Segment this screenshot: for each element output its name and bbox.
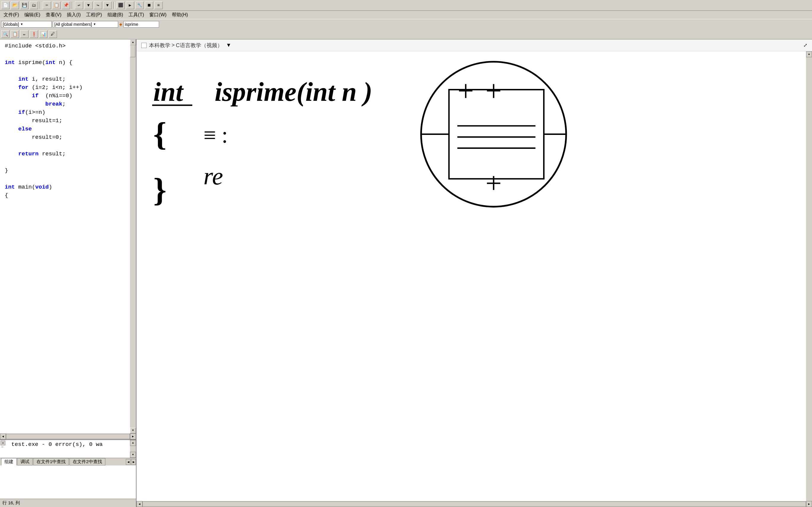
output-vscroll[interactable]: ▲ ▼ xyxy=(130,440,136,458)
menu-insert[interactable]: 插入(I) xyxy=(64,11,83,19)
code-line-15 xyxy=(0,158,136,166)
code-editor[interactable]: #include <stdio.h> int isprime(int n) { … xyxy=(0,40,136,434)
menu-bar: 文件(F) 编辑(E) 查看(V) 插入(I) 工程(P) 组建(B) 工具(T… xyxy=(0,11,812,19)
tb4-btn1[interactable]: 🔍 xyxy=(1,30,9,38)
wb-hscroll[interactable]: ◀ ▶ xyxy=(137,501,812,507)
wb-hscroll-left[interactable]: ◀ xyxy=(137,501,143,507)
output-tab-find2[interactable]: 在文件2中查找 xyxy=(69,458,105,465)
vscroll-down-btn[interactable]: ▼ xyxy=(130,428,136,434)
sep2 xyxy=(72,2,73,9)
breadcrumb1: 本科教学 xyxy=(149,42,170,49)
wb-vscroll[interactable]: ▲ ▼ xyxy=(806,51,812,507)
svg-text:}: } xyxy=(153,171,166,208)
menu-view[interactable]: 查看(V) xyxy=(43,11,64,19)
menu-build[interactable]: 组建(B) xyxy=(105,11,125,19)
code-line-5: int i, result; xyxy=(0,75,136,83)
tb4-btn3[interactable]: ✏ xyxy=(20,30,29,38)
svg-rect-8 xyxy=(449,90,544,179)
main-area: #include <stdio.h> int isprime(int n) { … xyxy=(0,40,812,507)
wb-vscroll-track xyxy=(806,57,812,501)
output-close-btn[interactable]: ✕ xyxy=(1,441,5,445)
code-text-1: #include <stdio.h> xyxy=(5,42,65,50)
sep1 xyxy=(40,2,41,9)
debug-btn[interactable]: 🔧 xyxy=(135,1,144,9)
redo-dropdown-btn[interactable]: ▼ xyxy=(103,1,112,9)
members-arrow: ▼ xyxy=(93,22,96,26)
code-line-14: return result; xyxy=(0,150,136,158)
svg-text:{: { xyxy=(153,115,166,152)
expand-btn[interactable]: ⤢ xyxy=(803,42,807,48)
breadcrumb2: C语言教学（视频） xyxy=(176,42,222,49)
stop-btn[interactable]: ⏹ xyxy=(145,1,153,9)
code-line-7: if (n%i==0) xyxy=(0,92,136,100)
menu-help[interactable]: 帮助(H) xyxy=(169,11,190,19)
output-scroll-btns: ◀ ▶ xyxy=(126,459,136,465)
output-tab-build[interactable]: 组建 xyxy=(1,458,17,465)
tb4-btn6[interactable]: 🖊 xyxy=(49,30,57,38)
function-label: isprime xyxy=(125,22,138,27)
output-tab-debug[interactable]: 调试 xyxy=(17,458,33,465)
hscrollbar[interactable]: ◀ ▶ xyxy=(0,434,136,439)
output-vscroll-down[interactable]: ▼ xyxy=(130,452,136,458)
members-combo[interactable]: [All global members] ▼ xyxy=(53,21,118,27)
code-line-18: int main(void) xyxy=(0,183,136,191)
code-line-1: #include <stdio.h> xyxy=(0,42,136,50)
save-btn[interactable]: 💾 xyxy=(20,1,29,9)
function-combo[interactable]: isprime xyxy=(123,21,159,27)
new-file-btn[interactable]: 📄 xyxy=(1,1,9,9)
compile-btn[interactable]: ⬛ xyxy=(116,1,124,9)
svg-text:re: re xyxy=(204,163,223,190)
code-line-9: if(i>=n) xyxy=(0,108,136,116)
menu-edit[interactable]: 编辑(E) xyxy=(22,11,42,19)
vscroll-up-btn[interactable]: ▲ xyxy=(130,40,136,45)
cut-btn[interactable]: ✂ xyxy=(43,1,51,9)
save-all-btn[interactable]: 🗂 xyxy=(30,1,38,9)
code-line-6: for (i=2; i<n; i++) xyxy=(0,83,136,92)
copy-btn[interactable]: 📋 xyxy=(52,1,60,9)
tb4-btn5[interactable]: 📊 xyxy=(39,30,48,38)
vscroll-thumb[interactable] xyxy=(130,45,135,57)
output-vscroll-track xyxy=(130,446,136,452)
hscroll-right-btn[interactable]: ▶ xyxy=(130,434,136,439)
wb-vscroll-up[interactable]: ▲ xyxy=(806,51,812,57)
output-pin-btn[interactable]: ─ xyxy=(1,446,3,449)
menu-file[interactable]: 文件(F) xyxy=(1,11,21,19)
menu-tools[interactable]: 工具(T) xyxy=(126,11,146,19)
combos-row: [Globals] ▼ [All global members] ▼ ◆ isp… xyxy=(0,19,812,29)
run-btn[interactable]: ▶ xyxy=(126,1,134,9)
code-line-4 xyxy=(0,67,136,75)
open-btn[interactable]: 📂 xyxy=(11,1,19,9)
hscroll-left-btn[interactable]: ◀ xyxy=(0,434,6,439)
sep3 xyxy=(113,2,114,9)
tab-scroll-left[interactable]: ◀ xyxy=(126,459,131,465)
hscroll-track xyxy=(6,434,130,439)
menu-window[interactable]: 窗口(W) xyxy=(147,11,169,19)
code-line-13 xyxy=(0,142,136,150)
wb-hscroll-right[interactable]: ▶ xyxy=(806,501,812,507)
redo-btn[interactable]: ↪ xyxy=(94,1,102,9)
tab-scroll-right[interactable]: ▶ xyxy=(131,459,136,465)
globals-combo[interactable]: [Globals] ▼ xyxy=(1,21,52,27)
svg-text:int: int xyxy=(153,77,184,107)
output-tab-find1[interactable]: 在文件1中查找 xyxy=(33,458,69,465)
status-text: 行 16, 列 xyxy=(2,500,20,506)
breadcrumb-dropdown[interactable]: ▼ xyxy=(226,42,232,48)
toolbar-row4: 🔍 📋 ✏ ❗ 📊 🖊 xyxy=(0,29,812,39)
nav-checkbox[interactable] xyxy=(141,43,147,48)
undo-btn[interactable]: ↩ xyxy=(75,1,83,9)
paste-btn[interactable]: 📌 xyxy=(62,1,70,9)
tb4-btn2[interactable]: 📋 xyxy=(11,30,19,38)
toolbar-area: 📄 📂 💾 🗂 ✂ 📋 📌 ↩ ▼ ↪ ▼ ⬛ ▶ 🔧 ⏹ ≡ 文件(F) 编辑… xyxy=(0,0,812,40)
output-tabs: 组建 调试 在文件1中查找 在文件2中查找 ◀ ▶ xyxy=(0,458,136,465)
code-line-10: result=1; xyxy=(0,116,136,125)
vscrollbar[interactable]: ▲ ▼ xyxy=(130,40,136,434)
svg-text:isprime(int n ): isprime(int n ) xyxy=(214,77,372,107)
menu-project[interactable]: 工程(P) xyxy=(84,11,104,19)
undo-dropdown-btn[interactable]: ▼ xyxy=(84,1,93,9)
code-line-2 xyxy=(0,50,136,58)
output-vscroll-up[interactable]: ▲ xyxy=(130,440,136,446)
output-content: test.exe - 0 error(s), 0 wa xyxy=(5,440,130,449)
tb4-btn4[interactable]: ❗ xyxy=(30,30,38,38)
code-panel: #include <stdio.h> int isprime(int n) { … xyxy=(0,40,137,507)
extra-btn[interactable]: ≡ xyxy=(154,1,163,9)
